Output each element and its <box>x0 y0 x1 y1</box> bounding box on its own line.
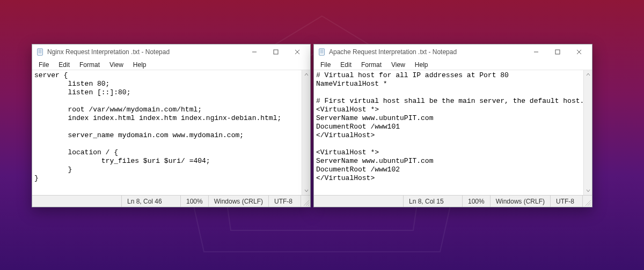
minimize-icon <box>252 49 257 55</box>
menu-help[interactable]: Help <box>129 61 151 69</box>
maximize-button[interactable] <box>265 44 287 59</box>
notepad-window-nginx: Nginx Request Interpretation .txt - Note… <box>32 44 311 207</box>
svg-rect-7 <box>274 50 278 54</box>
window-controls <box>244 44 308 59</box>
vertical-scrollbar[interactable] <box>583 70 592 195</box>
status-cursor-pos: Ln 8, Col 46 <box>121 196 180 207</box>
close-icon <box>295 49 300 55</box>
menu-format[interactable]: Format <box>357 61 386 69</box>
menu-file[interactable]: File <box>34 61 53 69</box>
status-zoom: 100% <box>462 196 490 207</box>
resize-grip[interactable] <box>301 196 310 207</box>
status-eol: Windows (CRLF) <box>490 196 550 207</box>
window-controls <box>525 44 590 59</box>
window-title: Nginx Request Interpretation .txt - Note… <box>47 48 244 56</box>
status-eol: Windows (CRLF) <box>208 196 268 207</box>
menu-bar: File Edit Format View Help <box>32 59 310 70</box>
editor-area: server { listen 80; listen [::]:80; root… <box>32 70 310 195</box>
status-cursor-pos: Ln 8, Col 15 <box>403 196 462 207</box>
menu-edit[interactable]: Edit <box>336 61 356 69</box>
minimize-icon <box>533 49 539 55</box>
maximize-button[interactable] <box>547 44 568 59</box>
text-editor[interactable]: server { listen 80; listen [::]:80; root… <box>32 70 302 195</box>
vertical-scrollbar[interactable] <box>302 70 310 195</box>
scroll-up-icon[interactable] <box>302 70 311 79</box>
close-button[interactable] <box>568 44 590 59</box>
title-bar[interactable]: Nginx Request Interpretation .txt - Note… <box>32 44 310 59</box>
status-encoding: UTF-8 <box>268 196 301 207</box>
menu-help[interactable]: Help <box>411 61 433 69</box>
svg-line-23 <box>590 205 591 206</box>
scroll-up-icon[interactable] <box>584 70 592 79</box>
resize-grip-icon <box>584 199 591 206</box>
resize-grip-icon <box>303 199 309 206</box>
close-icon <box>576 49 582 55</box>
menu-view[interactable]: View <box>105 61 128 69</box>
menu-file[interactable]: File <box>316 61 335 69</box>
notepad-icon <box>36 48 44 56</box>
notepad-icon <box>318 48 326 56</box>
menu-view[interactable]: View <box>387 61 409 69</box>
status-spacer <box>314 196 403 207</box>
svg-rect-18 <box>555 50 560 54</box>
menu-format[interactable]: Format <box>75 61 104 69</box>
resize-grip[interactable] <box>582 196 592 207</box>
status-encoding: UTF-8 <box>550 196 582 207</box>
window-title: Apache Request Interpretation .txt - Not… <box>329 48 525 56</box>
scroll-down-icon[interactable] <box>302 186 311 195</box>
svg-rect-2 <box>38 49 43 55</box>
status-spacer <box>32 196 121 207</box>
maximize-icon <box>273 49 279 55</box>
close-button[interactable] <box>287 44 308 59</box>
status-zoom: 100% <box>180 196 208 207</box>
svg-line-12 <box>308 205 309 206</box>
title-bar[interactable]: Apache Request Interpretation .txt - Not… <box>314 44 592 59</box>
status-bar: Ln 8, Col 15 100% Windows (CRLF) UTF-8 <box>314 195 592 207</box>
notepad-window-apache: Apache Request Interpretation .txt - Not… <box>313 44 592 207</box>
svg-rect-13 <box>319 49 325 55</box>
editor-area: # Virtual host for all IP addresses at P… <box>314 70 592 195</box>
status-bar: Ln 8, Col 46 100% Windows (CRLF) UTF-8 <box>32 195 310 207</box>
minimize-button[interactable] <box>525 44 547 59</box>
maximize-icon <box>555 49 560 55</box>
menu-edit[interactable]: Edit <box>54 61 74 69</box>
scroll-down-icon[interactable] <box>584 186 592 195</box>
menu-bar: File Edit Format View Help <box>314 59 592 70</box>
text-editor[interactable]: # Virtual host for all IP addresses at P… <box>314 70 583 195</box>
minimize-button[interactable] <box>244 44 265 59</box>
